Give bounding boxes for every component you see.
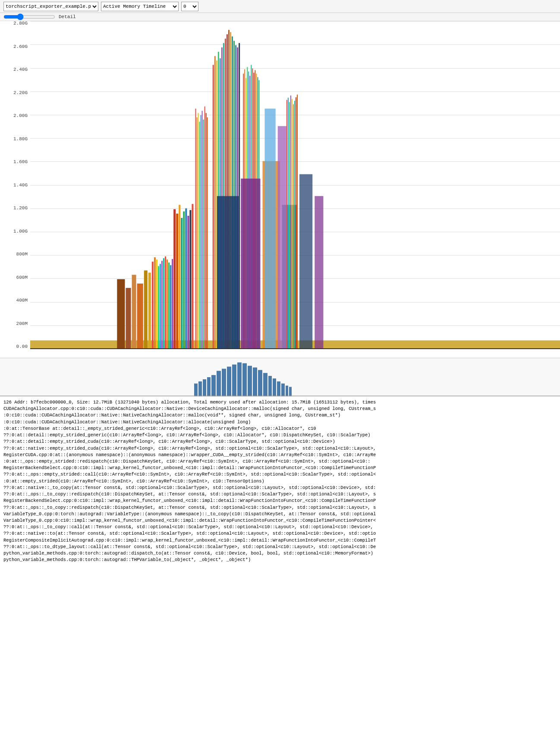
stack-trace-line: ??:0:at::_ops::_to_copy::call(at::Tensor…	[3, 524, 557, 530]
y-label-1_6g: 1.60G	[2, 160, 28, 164]
svg-rect-74	[290, 95, 291, 349]
svg-rect-76	[293, 104, 294, 349]
svg-rect-3	[132, 275, 136, 349]
detail-label: Detail	[59, 14, 76, 19]
svg-rect-102	[277, 381, 280, 396]
svg-rect-99	[263, 373, 267, 396]
stack-trace-line: :0:at::_ops::empty_strided::redispatch(c…	[3, 458, 557, 465]
stack-trace-line: RegisterCompositeImplicitAutograd.cpp:0:…	[3, 537, 557, 544]
svg-rect-38	[213, 65, 214, 349]
y-label-2_4g: 2.40G	[2, 67, 28, 72]
svg-rect-2	[126, 288, 131, 349]
svg-rect-23	[183, 211, 185, 349]
toolbar: torchscript_exporter_example.pickle Acti…	[0, 0, 560, 13]
svg-rect-72	[288, 98, 289, 349]
num-select[interactable]: 0	[181, 2, 198, 11]
detail-slider[interactable]	[3, 14, 55, 20]
stack-trace-line: ??:0:at::_ops::to_dtype_layout::call(at:…	[3, 544, 557, 550]
svg-rect-5	[144, 271, 148, 349]
svg-rect-80	[265, 109, 276, 349]
svg-rect-9	[156, 259, 157, 349]
stack-trace-line: python_variable_methods.cpp:0:torch::aut…	[3, 557, 557, 563]
main-chart-container: 0.00 200M 400M 600M 800M 1.00G 1.20G 1.4…	[0, 21, 560, 358]
stack-trace-line: ??:0:at::_ops::empty_strided::call(c10::…	[3, 471, 557, 478]
svg-rect-4	[137, 284, 143, 349]
svg-rect-101	[273, 378, 276, 396]
stack-trace-line: ??:0:at::_ops::_to_copy::redispatch(c10:…	[3, 504, 557, 511]
stack-trace-line: RegisterBackendSelect.cpp:0:c10::impl::w…	[3, 465, 557, 471]
y-label-800m: 800M	[2, 252, 28, 257]
svg-rect-33	[202, 111, 203, 349]
overview-chart[interactable]	[0, 358, 560, 397]
svg-rect-67	[217, 196, 239, 349]
svg-rect-12	[161, 261, 163, 349]
svg-rect-103	[281, 384, 285, 396]
svg-rect-20	[176, 214, 178, 349]
svg-rect-21	[179, 205, 180, 349]
svg-rect-86	[198, 381, 202, 396]
stack-trace-line: :0:c10::cuda::CUDACachingAllocator::Nati…	[3, 412, 557, 419]
overview-svg	[0, 358, 560, 396]
stack-trace-line: RegisterBackendSelect.cpp:0:c10::impl::w…	[3, 498, 557, 504]
svg-rect-78	[296, 97, 296, 349]
y-label-1_4g: 1.40G	[2, 183, 28, 188]
chart-area[interactable]	[30, 21, 560, 358]
svg-rect-104	[286, 386, 288, 396]
file-select[interactable]: torchscript_exporter_example.pickle	[3, 2, 98, 11]
svg-rect-100	[268, 376, 272, 396]
svg-rect-73	[289, 102, 290, 349]
svg-rect-95	[242, 363, 247, 396]
detail-row: Detail	[0, 13, 560, 21]
svg-rect-34	[203, 120, 204, 349]
svg-rect-25	[187, 216, 189, 349]
svg-rect-53	[239, 43, 240, 349]
svg-rect-92	[227, 367, 231, 396]
svg-rect-85	[194, 384, 198, 396]
svg-rect-35	[204, 107, 205, 349]
svg-rect-36	[206, 113, 207, 349]
stack-trace-line: RegisterCUDA.cpp:0:at::(anonymous namesp…	[3, 452, 557, 458]
svg-rect-10	[158, 266, 159, 349]
y-label-0: 0.00	[2, 344, 28, 349]
stack-trace-line: ??:0:at::native::to(at::Tensor const&, s…	[3, 530, 557, 537]
svg-rect-22	[181, 218, 182, 349]
svg-rect-71	[286, 100, 287, 349]
svg-rect-16	[168, 262, 170, 349]
y-label-2g: 2.00G	[2, 113, 28, 118]
stack-trace-line: CUDACachingAllocator.cpp:0:c10::cuda::CU…	[3, 406, 557, 412]
svg-rect-98	[258, 370, 262, 396]
svg-rect-19	[173, 209, 176, 349]
svg-rect-79	[297, 95, 298, 349]
view-select[interactable]: Active Memory Timeline	[101, 2, 179, 11]
svg-rect-81	[278, 126, 286, 349]
svg-rect-14	[165, 256, 166, 349]
svg-rect-18	[172, 259, 173, 349]
svg-rect-97	[253, 368, 257, 396]
svg-rect-13	[163, 258, 164, 349]
svg-rect-17	[170, 265, 171, 349]
stack-trace-line: :0:at::TensorBase at::detail::_empty_str…	[3, 426, 557, 432]
svg-rect-91	[222, 369, 226, 396]
y-label-1_8g: 1.80G	[2, 137, 28, 142]
stack-trace-line: ??:0:at::_ops::_to_copy::redispatch(c10:…	[3, 491, 557, 498]
y-label-2_6g: 2.60G	[2, 44, 28, 49]
y-label-400m: 400M	[2, 298, 28, 303]
y-label-200m: 200M	[2, 322, 28, 326]
svg-rect-77	[294, 101, 295, 349]
svg-rect-83	[315, 196, 323, 349]
x-axis-line	[30, 348, 560, 349]
svg-rect-105	[289, 387, 292, 396]
y-label-600m: 600M	[2, 275, 28, 280]
stack-trace-line: ??:0:at::detail::empty_strided_cuda(c10:…	[3, 438, 557, 445]
y-axis: 0.00 200M 400M 600M 800M 1.00G 1.20G 1.4…	[0, 21, 30, 358]
svg-rect-32	[201, 115, 201, 349]
svg-rect-88	[207, 377, 211, 396]
y-label-1g: 1.00G	[2, 229, 28, 234]
y-label-2_8g: 2.80G	[2, 21, 28, 26]
stack-trace-line: VariableType_0.cpp:0:c10::impl::wrap_ker…	[3, 517, 557, 524]
svg-rect-90	[217, 371, 221, 396]
svg-rect-94	[237, 363, 242, 396]
svg-rect-15	[167, 259, 168, 349]
svg-rect-27	[192, 204, 193, 349]
svg-rect-89	[211, 375, 216, 396]
